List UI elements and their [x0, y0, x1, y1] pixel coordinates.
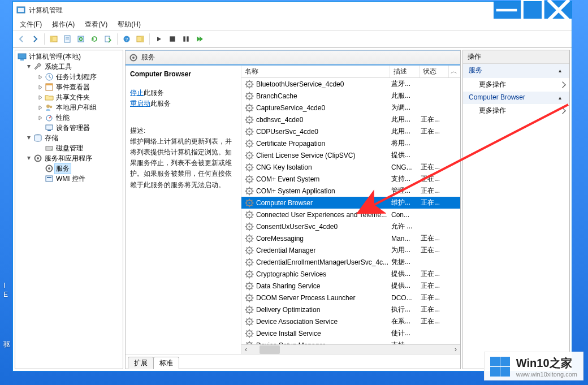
tree-node[interactable]: 磁盘管理 — [16, 143, 122, 153]
svg-point-56 — [248, 95, 250, 97]
stop-service-link[interactable]: 停止 — [130, 89, 144, 97]
twisty-icon[interactable] — [37, 104, 44, 111]
tree-node[interactable]: 任务计划程序 — [16, 72, 122, 82]
actions-section-computer-browser[interactable]: Computer Browser ▴ — [463, 92, 569, 103]
twisty-icon[interactable] — [37, 175, 44, 182]
twisty-icon[interactable] — [37, 124, 44, 131]
menu-view[interactable]: 查看(V) — [80, 19, 112, 31]
gear-icon — [245, 139, 254, 148]
twisty-icon[interactable] — [25, 155, 32, 162]
gear-icon — [245, 234, 254, 243]
svg-point-236 — [248, 309, 250, 310]
nav-tree[interactable]: 计算机管理(本地) 系统工具任务计划程序事件查看器共享文件夹本地用户和组性能设备… — [15, 50, 123, 369]
svg-line-134 — [252, 176, 252, 176]
service-row[interactable]: Client License Service (ClipSVC)提供... — [241, 149, 460, 161]
tree-node[interactable]: 设备管理器 — [16, 123, 122, 133]
scroll-thumb[interactable] — [260, 345, 280, 354]
twisty-icon[interactable] — [37, 165, 44, 172]
show-action-pane-button[interactable] — [134, 33, 146, 45]
service-row[interactable]: cbdhsvc_4cde0此用...正在... — [241, 114, 460, 126]
service-row[interactable]: Device Association Service在系...正在... — [241, 315, 460, 327]
help-button[interactable]: ? — [120, 33, 133, 45]
show-hide-tree-button[interactable] — [47, 33, 60, 45]
close-button[interactable] — [546, 2, 572, 19]
twisty-icon[interactable] — [25, 135, 32, 141]
column-headers[interactable]: 名称 描述 状态 ︿ — [241, 66, 460, 78]
twisty-icon[interactable] — [37, 84, 44, 90]
service-row[interactable]: CNG Key IsolationCNG...正在... — [241, 161, 460, 173]
title-bar[interactable]: 计算机管理 — [13, 2, 572, 19]
minimize-button[interactable] — [494, 2, 520, 19]
col-desc[interactable]: 描述 — [390, 66, 420, 77]
back-button[interactable] — [15, 33, 28, 45]
rows-container[interactable]: BluetoothUserService_4cde0蓝牙...BranchCac… — [241, 78, 460, 344]
twisty-icon[interactable] — [25, 63, 32, 70]
twisty-icon[interactable] — [37, 94, 44, 101]
menu-action[interactable]: 操作(A) — [47, 19, 79, 31]
pause-service-button[interactable] — [180, 33, 192, 45]
gear-icon — [245, 103, 254, 113]
restart-service-button[interactable] — [193, 33, 206, 45]
scroll-left-icon[interactable]: ‹ — [241, 345, 250, 354]
svg-line-91 — [247, 128, 247, 129]
service-row[interactable]: Certificate Propagation将用... — [241, 137, 460, 149]
horizontal-scrollbar[interactable]: ‹ › — [241, 344, 460, 354]
service-row[interactable]: CoreMessagingMan...正在... — [241, 232, 460, 244]
actions-more-2[interactable]: 更多操作 — [463, 103, 569, 118]
tree-node[interactable]: 性能 — [16, 113, 122, 123]
service-row[interactable]: Device Install Service使计... — [241, 327, 460, 339]
tree-node[interactable]: 共享文件夹 — [16, 92, 122, 102]
scroll-track[interactable] — [280, 345, 451, 354]
menu-help[interactable]: 帮助(H) — [113, 19, 145, 31]
service-row[interactable]: Connected User Experiences and Teleme...… — [241, 209, 460, 220]
tab-extended[interactable]: 扩展 — [128, 357, 154, 369]
scroll-right-icon[interactable]: › — [451, 345, 460, 354]
twisty-icon[interactable] — [37, 114, 44, 121]
service-row[interactable]: ConsentUxUserSvc_4cde0允许 ... — [241, 220, 460, 232]
tree-node[interactable]: WMI 控件 — [16, 174, 122, 184]
tree-node[interactable]: 服务 — [16, 163, 122, 174]
service-row[interactable]: Device Setup Manager支持... — [241, 339, 460, 344]
tree-node[interactable]: 服务和应用程序 — [16, 153, 122, 163]
menu-file[interactable]: 文件(F) — [15, 19, 46, 31]
service-row[interactable]: Computer Browser维护...正在... — [241, 197, 460, 209]
col-name[interactable]: 名称 — [241, 66, 390, 77]
export-button[interactable] — [75, 33, 87, 45]
service-row[interactable]: COM+ System Application管理...正在... — [241, 185, 460, 197]
tab-standard[interactable]: 标准 — [153, 357, 179, 369]
service-row[interactable]: Data Sharing Service提供...正在... — [241, 280, 460, 292]
tree-root[interactable]: 计算机管理(本地) — [16, 51, 122, 62]
start-service-button[interactable] — [153, 33, 165, 45]
properties-button[interactable] — [61, 33, 74, 45]
service-row[interactable]: Cryptographic Services提供...正在... — [241, 268, 460, 280]
twisty-icon[interactable] — [37, 73, 44, 80]
tree-node[interactable]: 存储 — [16, 133, 122, 143]
actions-section-services[interactable]: 服务 ▴ — [463, 64, 569, 77]
col-status[interactable]: 状态 — [420, 66, 449, 77]
maximize-button[interactable] — [520, 2, 546, 19]
service-row[interactable]: DCOM Server Process LauncherDCO...正在... — [241, 292, 460, 304]
service-row[interactable]: Delivery Optimization执行...正在... — [241, 304, 460, 315]
gear-icon — [245, 92, 254, 101]
stop-service-button[interactable] — [166, 33, 179, 45]
restart-service-link[interactable]: 重启动 — [130, 100, 150, 107]
service-row[interactable]: CredentialEnrollmentManagerUserSvc_4c...… — [241, 256, 460, 268]
service-row[interactable]: CaptureService_4cde0为调... — [241, 102, 460, 114]
service-row[interactable]: Credential Manager为用...正在... — [241, 244, 460, 256]
tree-node[interactable]: 系统工具 — [16, 62, 122, 72]
tree-node[interactable]: 事件查看器 — [16, 82, 122, 92]
service-row[interactable]: BranchCache此服... — [241, 90, 460, 102]
refresh-button[interactable] — [88, 33, 101, 45]
scroll-up-icon[interactable]: ︿ — [449, 66, 459, 77]
export-list-button[interactable] — [102, 33, 114, 45]
service-row[interactable]: COM+ Event System支持...正在... — [241, 173, 460, 185]
actions-more-1[interactable]: 更多操作 — [463, 77, 569, 92]
svg-line-162 — [252, 217, 252, 217]
service-row[interactable]: CDPUserSvc_4cde0此用...正在... — [241, 126, 460, 137]
svg-point-136 — [248, 190, 250, 192]
service-row[interactable]: BluetoothUserService_4cde0蓝牙... — [241, 78, 460, 90]
forward-button[interactable] — [29, 33, 41, 45]
tree-node[interactable]: 本地用户和组 — [16, 102, 122, 113]
svg-line-93 — [247, 133, 247, 134]
twisty-icon[interactable] — [37, 145, 44, 152]
